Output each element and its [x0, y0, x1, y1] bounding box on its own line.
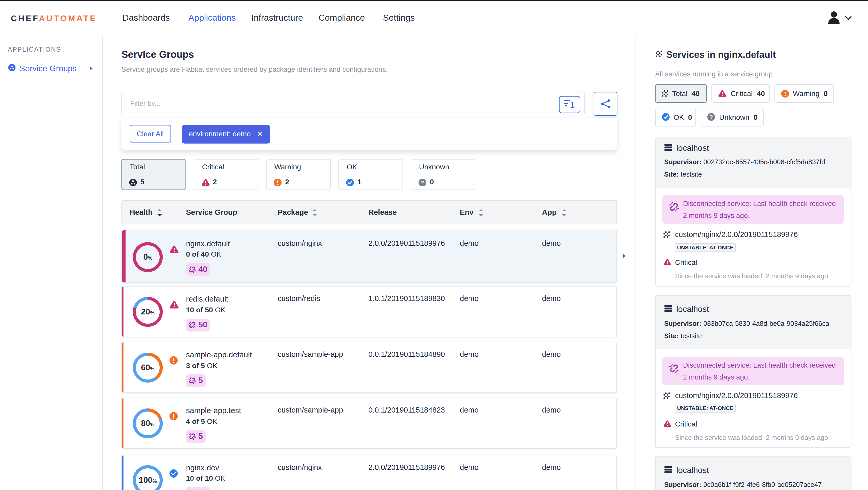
svg-text:?: ?	[710, 114, 713, 120]
svg-text:1: 1	[570, 100, 575, 109]
svg-text:?: ?	[421, 180, 424, 185]
